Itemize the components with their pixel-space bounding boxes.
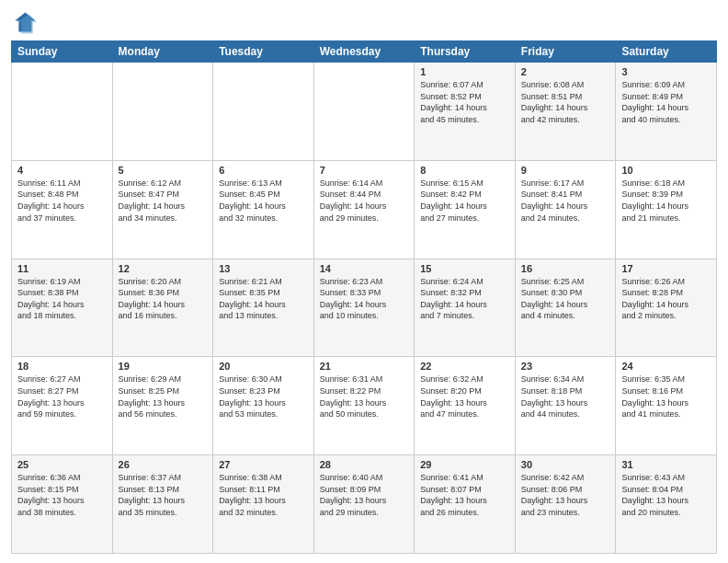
day-info: Sunrise: 6:11 AM Sunset: 8:48 PM Dayligh… (17, 178, 107, 224)
day-info: Sunrise: 6:13 AM Sunset: 8:45 PM Dayligh… (219, 178, 308, 224)
header (11, 9, 717, 35)
day-number: 18 (17, 361, 107, 372)
day-info: Sunrise: 6:35 AM Sunset: 8:16 PM Dayligh… (621, 373, 711, 419)
day-number: 17 (621, 263, 711, 274)
column-header-wednesday: Wednesday (313, 41, 415, 63)
day-number: 7 (320, 165, 409, 176)
day-info: Sunrise: 6:37 AM Sunset: 8:13 PM Dayligh… (119, 472, 208, 518)
column-header-saturday: Saturday (616, 41, 717, 63)
day-number: 4 (17, 165, 107, 176)
day-info: Sunrise: 6:43 AM Sunset: 8:04 PM Dayligh… (621, 472, 711, 518)
calendar-cell: 22Sunrise: 6:32 AM Sunset: 8:20 PM Dayli… (415, 357, 516, 455)
calendar-cell: 26Sunrise: 6:37 AM Sunset: 8:13 PM Dayli… (112, 455, 213, 554)
calendar-cell: 9Sunrise: 6:17 AM Sunset: 8:41 PM Daylig… (515, 160, 616, 259)
day-number: 19 (119, 361, 208, 372)
day-info: Sunrise: 6:36 AM Sunset: 8:15 PM Dayligh… (17, 472, 107, 518)
calendar-cell (112, 63, 213, 161)
day-info: Sunrise: 6:20 AM Sunset: 8:36 PM Dayligh… (119, 276, 208, 322)
day-info: Sunrise: 6:32 AM Sunset: 8:20 PM Dayligh… (420, 373, 509, 419)
day-number: 8 (420, 165, 509, 176)
day-number: 10 (621, 165, 711, 176)
day-number: 24 (621, 361, 711, 372)
calendar-cell (12, 63, 113, 161)
day-info: Sunrise: 6:07 AM Sunset: 8:52 PM Dayligh… (420, 79, 509, 125)
day-number: 31 (621, 459, 711, 470)
day-number: 12 (119, 263, 208, 274)
calendar-cell: 20Sunrise: 6:30 AM Sunset: 8:23 PM Dayli… (213, 357, 314, 455)
calendar-cell: 19Sunrise: 6:29 AM Sunset: 8:25 PM Dayli… (112, 357, 213, 455)
day-number: 15 (420, 263, 509, 274)
day-info: Sunrise: 6:19 AM Sunset: 8:38 PM Dayligh… (17, 276, 107, 322)
calendar-cell: 28Sunrise: 6:40 AM Sunset: 8:09 PM Dayli… (313, 455, 415, 554)
day-number: 16 (521, 263, 610, 274)
calendar-cell: 5Sunrise: 6:12 AM Sunset: 8:47 PM Daylig… (112, 160, 213, 259)
day-info: Sunrise: 6:25 AM Sunset: 8:30 PM Dayligh… (521, 276, 610, 322)
day-info: Sunrise: 6:17 AM Sunset: 8:41 PM Dayligh… (521, 178, 610, 224)
calendar-cell: 14Sunrise: 6:23 AM Sunset: 8:33 PM Dayli… (313, 259, 415, 357)
logo (11, 9, 40, 35)
day-info: Sunrise: 6:38 AM Sunset: 8:11 PM Dayligh… (219, 472, 308, 518)
day-number: 22 (420, 361, 509, 372)
calendar-cell: 12Sunrise: 6:20 AM Sunset: 8:36 PM Dayli… (112, 259, 213, 357)
day-number: 1 (420, 66, 509, 77)
calendar-cell: 3Sunrise: 6:09 AM Sunset: 8:49 PM Daylig… (616, 63, 717, 161)
column-header-friday: Friday (515, 41, 616, 63)
calendar-cell: 10Sunrise: 6:18 AM Sunset: 8:39 PM Dayli… (616, 160, 717, 259)
day-number: 26 (119, 459, 208, 470)
day-info: Sunrise: 6:41 AM Sunset: 8:07 PM Dayligh… (420, 472, 509, 518)
calendar-header-row: SundayMondayTuesdayWednesdayThursdayFrid… (12, 41, 717, 63)
day-info: Sunrise: 6:23 AM Sunset: 8:33 PM Dayligh… (320, 276, 409, 322)
day-info: Sunrise: 6:31 AM Sunset: 8:22 PM Dayligh… (320, 373, 409, 419)
day-number: 20 (219, 361, 308, 372)
calendar-cell: 16Sunrise: 6:25 AM Sunset: 8:30 PM Dayli… (515, 259, 616, 357)
day-number: 9 (521, 165, 610, 176)
calendar-week-3: 11Sunrise: 6:19 AM Sunset: 8:38 PM Dayli… (12, 259, 717, 357)
day-info: Sunrise: 6:21 AM Sunset: 8:35 PM Dayligh… (219, 276, 308, 322)
calendar-cell (213, 63, 314, 161)
column-header-tuesday: Tuesday (213, 41, 314, 63)
logo-icon (11, 9, 37, 35)
calendar-cell: 23Sunrise: 6:34 AM Sunset: 8:18 PM Dayli… (515, 357, 616, 455)
day-number: 2 (521, 66, 610, 77)
day-info: Sunrise: 6:12 AM Sunset: 8:47 PM Dayligh… (119, 178, 208, 224)
page: SundayMondayTuesdayWednesdayThursdayFrid… (0, 0, 728, 563)
day-info: Sunrise: 6:14 AM Sunset: 8:44 PM Dayligh… (320, 178, 409, 224)
column-header-thursday: Thursday (415, 41, 516, 63)
day-info: Sunrise: 6:42 AM Sunset: 8:06 PM Dayligh… (521, 472, 610, 518)
day-info: Sunrise: 6:40 AM Sunset: 8:09 PM Dayligh… (320, 472, 409, 518)
day-number: 6 (219, 165, 308, 176)
day-info: Sunrise: 6:15 AM Sunset: 8:42 PM Dayligh… (420, 178, 509, 224)
calendar-cell: 18Sunrise: 6:27 AM Sunset: 8:27 PM Dayli… (12, 357, 113, 455)
day-info: Sunrise: 6:27 AM Sunset: 8:27 PM Dayligh… (17, 373, 107, 419)
calendar-cell: 1Sunrise: 6:07 AM Sunset: 8:52 PM Daylig… (415, 63, 516, 161)
day-info: Sunrise: 6:26 AM Sunset: 8:28 PM Dayligh… (621, 276, 711, 322)
calendar-cell: 15Sunrise: 6:24 AM Sunset: 8:32 PM Dayli… (415, 259, 516, 357)
calendar-cell: 7Sunrise: 6:14 AM Sunset: 8:44 PM Daylig… (313, 160, 415, 259)
day-info: Sunrise: 6:08 AM Sunset: 8:51 PM Dayligh… (521, 79, 610, 125)
day-number: 11 (17, 263, 107, 274)
calendar-cell: 31Sunrise: 6:43 AM Sunset: 8:04 PM Dayli… (616, 455, 717, 554)
day-number: 13 (219, 263, 308, 274)
day-info: Sunrise: 6:09 AM Sunset: 8:49 PM Dayligh… (621, 79, 711, 125)
column-header-sunday: Sunday (12, 41, 113, 63)
day-number: 28 (320, 459, 409, 470)
calendar-cell: 24Sunrise: 6:35 AM Sunset: 8:16 PM Dayli… (616, 357, 717, 455)
day-info: Sunrise: 6:34 AM Sunset: 8:18 PM Dayligh… (521, 373, 610, 419)
calendar-cell (313, 63, 415, 161)
day-info: Sunrise: 6:24 AM Sunset: 8:32 PM Dayligh… (420, 276, 509, 322)
day-number: 27 (219, 459, 308, 470)
day-number: 25 (17, 459, 107, 470)
day-number: 5 (119, 165, 208, 176)
calendar-cell: 4Sunrise: 6:11 AM Sunset: 8:48 PM Daylig… (12, 160, 113, 259)
day-number: 29 (420, 459, 509, 470)
day-info: Sunrise: 6:18 AM Sunset: 8:39 PM Dayligh… (621, 178, 711, 224)
calendar-cell: 8Sunrise: 6:15 AM Sunset: 8:42 PM Daylig… (415, 160, 516, 259)
day-number: 30 (521, 459, 610, 470)
calendar-cell: 29Sunrise: 6:41 AM Sunset: 8:07 PM Dayli… (415, 455, 516, 554)
day-info: Sunrise: 6:30 AM Sunset: 8:23 PM Dayligh… (219, 373, 308, 419)
calendar-cell: 2Sunrise: 6:08 AM Sunset: 8:51 PM Daylig… (515, 63, 616, 161)
calendar-cell: 30Sunrise: 6:42 AM Sunset: 8:06 PM Dayli… (515, 455, 616, 554)
calendar-cell: 27Sunrise: 6:38 AM Sunset: 8:11 PM Dayli… (213, 455, 314, 554)
calendar-cell: 11Sunrise: 6:19 AM Sunset: 8:38 PM Dayli… (12, 259, 113, 357)
day-number: 23 (521, 361, 610, 372)
